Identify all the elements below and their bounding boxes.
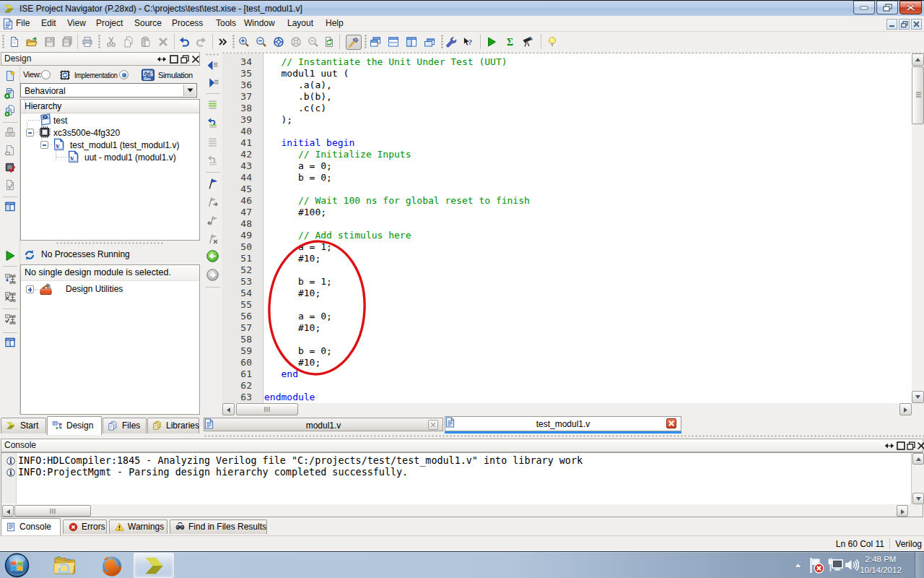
new-icon[interactable] xyxy=(9,36,20,48)
mdi-minimize-button[interactable] xyxy=(886,19,897,30)
restore-panel-icon[interactable] xyxy=(180,55,189,64)
title-bar[interactable]: ISE Project Navigator (P.28xd) - C:\proj… xyxy=(0,0,924,16)
menu-tools[interactable]: Tools xyxy=(216,16,236,31)
console-horizontal-scrollbar[interactable] xyxy=(1,505,909,517)
code-editor[interactable]: 3435363738394041424344454647484950515253… xyxy=(222,53,912,403)
columns-blue-icon[interactable] xyxy=(4,337,16,348)
console-output[interactable]: INFO:HDLCompiler:1845 - Analyzing Verilo… xyxy=(1,453,912,504)
tile-vertical-icon[interactable] xyxy=(406,36,417,48)
stop-process-icon[interactable] xyxy=(4,291,16,303)
close-tab-icon[interactable] xyxy=(428,420,438,430)
doc-check-icon[interactable] xyxy=(4,179,16,191)
menu-file[interactable]: File xyxy=(16,16,30,31)
zoom-full-icon[interactable] xyxy=(273,36,284,48)
run-process-icon[interactable] xyxy=(4,250,16,262)
goto-prev-icon[interactable] xyxy=(206,59,218,71)
simulation-radio[interactable] xyxy=(119,70,128,79)
cut-icon[interactable] xyxy=(105,36,117,48)
console-tab-console[interactable]: Console xyxy=(1,518,61,535)
maximize-panel-icon[interactable] xyxy=(897,441,905,450)
implement-hammer-icon[interactable] xyxy=(346,35,362,50)
chip-check-icon[interactable] xyxy=(4,162,16,173)
mdi-close-button[interactable] xyxy=(911,19,922,30)
add-source-icon[interactable] xyxy=(4,87,16,99)
tree-item-test[interactable]: test xyxy=(21,114,199,126)
document-icon[interactable] xyxy=(3,18,13,30)
close-panel-icon[interactable] xyxy=(917,441,924,450)
close-tab-icon[interactable] xyxy=(666,418,676,428)
lines-gray-icon[interactable] xyxy=(206,136,218,147)
paste-icon[interactable] xyxy=(140,36,152,48)
chips-gray-icon[interactable] xyxy=(4,126,16,138)
editor-tab-modul1-v[interactable]: modul1.v xyxy=(204,418,443,431)
implementation-option-label[interactable]: Implementation xyxy=(74,71,118,79)
show-desktop-button[interactable] xyxy=(915,552,924,578)
scroll-down-button[interactable] xyxy=(912,391,924,403)
restore-panel-icon[interactable] xyxy=(907,441,915,450)
windows-explorer-taskbar-icon[interactable] xyxy=(52,553,81,578)
tree-item-uut[interactable]: vuut - modul1 (modul1.v) xyxy=(21,151,199,163)
menu-layout[interactable]: Layout xyxy=(287,16,313,31)
panel-splitter[interactable] xyxy=(20,241,200,245)
action-center-flag-icon[interactable] xyxy=(809,557,824,574)
scroll-right-button[interactable] xyxy=(897,505,908,517)
collapse-icon[interactable] xyxy=(26,129,34,137)
minimize-button[interactable] xyxy=(853,1,875,14)
float-panel-icon[interactable] xyxy=(885,441,894,450)
menu-help[interactable]: Help xyxy=(326,16,344,31)
expand-icon[interactable] xyxy=(26,285,34,293)
undo-gray-lines-icon[interactable] xyxy=(206,154,218,165)
console-panel-titlebar[interactable]: Console xyxy=(1,439,923,452)
menu-edit[interactable]: Edit xyxy=(41,16,56,31)
flag-clear-icon[interactable] xyxy=(206,233,218,244)
open-icon[interactable] xyxy=(26,36,38,48)
scrollbar-thumb[interactable] xyxy=(912,66,924,124)
design-panel-titlebar[interactable]: Design xyxy=(1,52,200,66)
scroll-up-button[interactable] xyxy=(912,53,924,66)
back-circle-icon[interactable] xyxy=(206,250,218,262)
check-process-icon[interactable] xyxy=(4,314,16,325)
firefox-taskbar-icon[interactable] xyxy=(100,553,128,578)
panel-tab-files[interactable]: Files xyxy=(103,418,147,434)
lines-green-icon[interactable] xyxy=(206,98,218,110)
panel-tab-start[interactable]: Start xyxy=(1,418,46,434)
arrange-windows-icon[interactable] xyxy=(424,36,435,48)
menu-project[interactable]: Project xyxy=(96,16,123,31)
fwd-circle-icon[interactable] xyxy=(206,269,218,280)
close-panel-icon[interactable] xyxy=(191,55,200,64)
goto-next-icon[interactable] xyxy=(206,77,218,88)
collapse-icon[interactable] xyxy=(40,141,48,149)
scroll-down-button[interactable] xyxy=(912,493,924,504)
zoom-out-icon[interactable] xyxy=(256,36,267,48)
console-tab-find-in-files-results[interactable]: Find in Files Results xyxy=(170,519,267,534)
rerun-process-icon[interactable] xyxy=(4,273,16,285)
combo-dropdown-arrow[interactable] xyxy=(183,85,196,96)
tree-item-test_modul1[interactable]: vtest_modul1 (test_modul1.v) xyxy=(21,139,199,151)
scroll-left-button[interactable] xyxy=(2,505,14,517)
maximize-panel-icon[interactable] xyxy=(170,55,178,64)
sum-icon[interactable]: Σ xyxy=(505,36,516,48)
menu-source[interactable]: Source xyxy=(134,16,162,31)
delete-icon[interactable] xyxy=(157,36,169,48)
whats-this-help-icon[interactable]: ? xyxy=(462,36,474,48)
flag-prev-icon[interactable] xyxy=(206,215,218,226)
bookmark-flag-icon[interactable] xyxy=(206,178,218,189)
tree-item-xc3s500e-4fg320[interactable]: xc3s500e-4fg320 xyxy=(21,126,199,139)
close-button[interactable] xyxy=(899,1,922,14)
redo-icon[interactable] xyxy=(196,36,207,48)
menu-window[interactable]: Window xyxy=(244,16,275,31)
hierarchy-header[interactable]: Hierarchy xyxy=(21,100,199,113)
panel-tab-libraries[interactable]: Libraries xyxy=(147,418,199,434)
implementation-radio[interactable] xyxy=(41,70,51,79)
editor-vertical-scrollbar[interactable] xyxy=(912,53,924,403)
console-tab-warnings[interactable]: Warnings xyxy=(109,519,167,534)
start-button[interactable] xyxy=(4,553,33,577)
editor-tab-test_modul1-v[interactable]: test_modul1.v xyxy=(445,416,681,431)
scroll-up-button[interactable] xyxy=(912,453,924,465)
undo-icon[interactable] xyxy=(178,36,190,48)
new-source-icon[interactable] xyxy=(4,70,16,82)
zoom-selection-icon[interactable] xyxy=(290,36,302,48)
tip-lightbulb-icon[interactable] xyxy=(546,36,558,48)
magnifier-icon[interactable] xyxy=(308,36,319,48)
simulation-view-combobox[interactable]: Behavioral xyxy=(20,83,197,98)
